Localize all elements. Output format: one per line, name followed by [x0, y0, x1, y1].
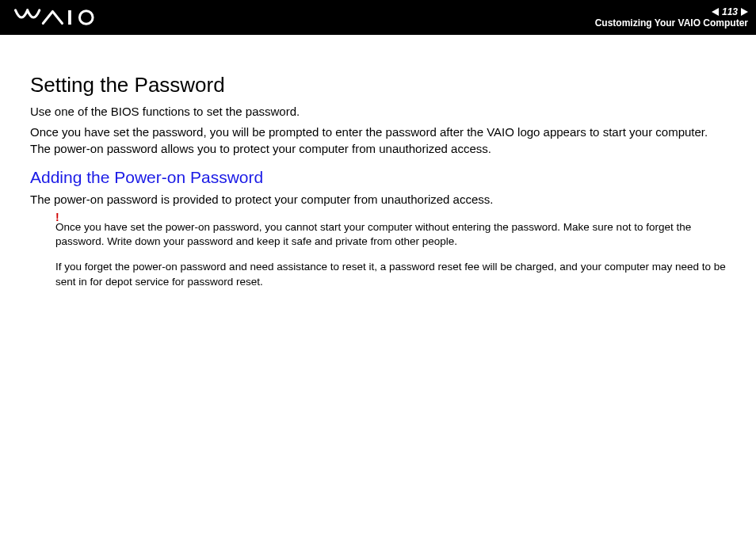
vaio-logo [14, 9, 110, 26]
nav-arrow-right-icon[interactable] [741, 8, 748, 16]
warning-text: Once you have set the power-on password,… [55, 220, 726, 249]
section-title: Adding the Power-on Password [30, 168, 726, 187]
intro-paragraph-1: Use one of the BIOS functions to set the… [30, 104, 726, 120]
intro-paragraph-2: Once you have set the password, you will… [30, 124, 726, 157]
svg-point-1 [79, 11, 93, 25]
svg-rect-0 [68, 10, 71, 25]
note-text: If you forget the power-on password and … [55, 260, 726, 288]
section-intro: The power-on password is provided to pro… [30, 192, 726, 208]
note-block: If you forget the power-on password and … [30, 260, 726, 288]
content-area: Setting the Password Use one of the BIOS… [0, 35, 756, 289]
breadcrumb: Customizing Your VAIO Computer [595, 17, 748, 29]
nav-arrow-left-icon[interactable] [712, 8, 719, 16]
warning-block: ! Once you have set the power-on passwor… [30, 220, 726, 249]
header-bar: 113 Customizing Your VAIO Computer [0, 0, 756, 35]
page-title: Setting the Password [30, 73, 726, 97]
page-number: 113 [722, 6, 738, 17]
page-nav: 113 [712, 6, 748, 17]
warning-icon: ! [55, 211, 59, 223]
header-right: 113 Customizing Your VAIO Computer [595, 6, 748, 29]
